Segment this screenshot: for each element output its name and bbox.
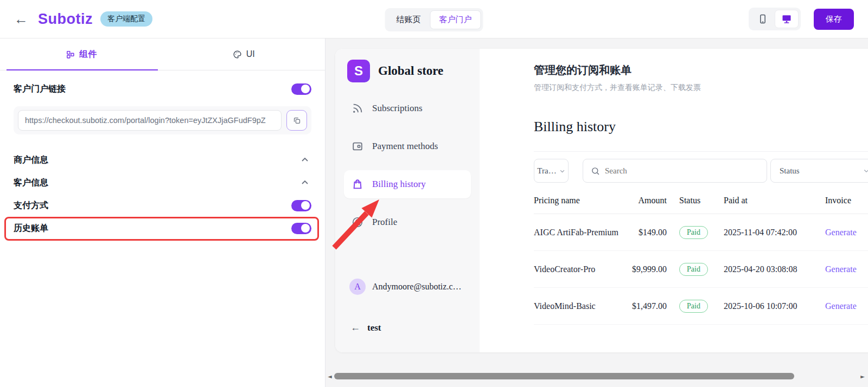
col-amount: Amount <box>626 196 667 205</box>
table-row: AIGC ArtiFab-Premium $149.00 Paid 2025-1… <box>534 214 868 251</box>
tab-components[interactable]: 组件 <box>0 38 163 70</box>
copy-icon <box>292 116 302 125</box>
portal-url-input[interactable] <box>18 110 282 131</box>
billing-table: Pricing name Amount Status Paid at Invoi… <box>534 196 868 325</box>
back-label: test <box>367 322 381 333</box>
back-button[interactable]: ← <box>14 12 28 26</box>
tab-checkout-page[interactable]: 结账页 <box>387 10 430 29</box>
chevron-up-icon[interactable] <box>298 176 311 189</box>
customer-info-label: 客户信息 <box>14 177 48 189</box>
status-badge: Paid <box>679 226 708 239</box>
status-select[interactable]: Status <box>770 159 868 183</box>
generate-invoice-link[interactable]: Generate <box>825 301 857 311</box>
chevron-down-icon <box>559 168 565 174</box>
search-icon <box>591 166 600 176</box>
portal-link-label: 客户门户链接 <box>14 83 66 95</box>
nav-profile[interactable]: Profile <box>344 208 471 236</box>
col-status: Status <box>667 196 718 205</box>
col-pricing-name: Pricing name <box>534 196 626 205</box>
nav-label: Billing history <box>372 179 426 190</box>
avatar: A <box>349 279 366 295</box>
tab-customer-portal[interactable]: 客户门户 <box>430 10 481 29</box>
active-tab-underline <box>7 69 158 70</box>
store-logo: S <box>347 60 370 82</box>
account-email: Andymoore@subotiz.c… <box>372 282 461 292</box>
payment-methods-toggle[interactable] <box>291 200 311 211</box>
generate-invoice-link[interactable]: Generate <box>825 228 857 237</box>
table-header: Pricing name Amount Status Paid at Invoi… <box>534 196 868 214</box>
cell-pricing-name: VideoCreator-Pro <box>534 265 626 274</box>
billing-history-toggle[interactable] <box>291 223 311 234</box>
store-name: Global store <box>378 64 443 78</box>
toggle-knob <box>301 201 310 210</box>
components-icon <box>66 50 75 59</box>
generate-invoice-link[interactable]: Generate <box>825 265 857 274</box>
back-to-test-link[interactable]: ← test <box>344 322 471 333</box>
nav-label: Subscriptions <box>372 103 423 114</box>
cell-paid-at: 2025-10-06 10:07:00 <box>718 301 820 311</box>
nav-label: Payment methods <box>372 141 438 152</box>
cell-amount: $149.00 <box>626 228 667 237</box>
tab-ui-label: UI <box>246 49 255 59</box>
billing-history-label: 历史账单 <box>14 223 48 234</box>
user-icon <box>352 216 363 228</box>
cell-paid-at: 2025-11-04 07:42:00 <box>718 228 820 237</box>
nav-label: Profile <box>372 217 397 228</box>
cell-pricing-name: VideoMind-Basic <box>534 301 626 311</box>
chevron-up-icon[interactable] <box>298 153 311 166</box>
tab-ui[interactable]: UI <box>163 38 326 70</box>
shopping-bag-icon <box>352 178 363 190</box>
app-logo: Subotiz <box>38 11 93 28</box>
client-config-badge: 客户端配置 <box>100 11 152 27</box>
section-billing-history: 历史账单 <box>14 217 311 240</box>
scroll-right-arrow[interactable]: ► <box>860 373 865 379</box>
page-mode-tabs: 结账页 客户门户 <box>385 8 483 31</box>
cell-amount: $1,497.00 <box>626 301 667 311</box>
monitor-icon <box>781 14 792 24</box>
billing-history-heading: Billing history <box>534 119 868 135</box>
desktop-preview-button[interactable] <box>775 10 799 28</box>
section-payment-methods: 支付方式 <box>14 194 311 217</box>
portal-content: 管理您的订阅和账单 管理订阅和支付方式，并查看账单记录、下载发票 Billing… <box>480 49 868 352</box>
cell-paid-at: 2025-04-20 03:08:08 <box>718 265 820 274</box>
col-invoice: Invoice <box>820 196 868 205</box>
portal-url-container <box>14 106 311 134</box>
merchant-info-label: 商户信息 <box>14 154 48 166</box>
nav-billing-history[interactable]: Billing history <box>344 170 471 198</box>
portal-preview-area: S Global store Subscriptions Pay <box>326 38 868 387</box>
nav-subscriptions[interactable]: Subscriptions <box>344 94 471 122</box>
portal-link-toggle[interactable] <box>291 83 311 95</box>
search-field <box>583 159 767 183</box>
nav-payment-methods[interactable]: Payment methods <box>344 132 471 160</box>
portal-sidebar: S Global store Subscriptions Pay <box>335 49 480 352</box>
scroll-left-arrow[interactable]: ◄ <box>328 373 332 379</box>
status-badge: Paid <box>679 263 708 276</box>
account-row[interactable]: A Andymoore@subotiz.c… <box>344 279 471 295</box>
cell-amount: $9,999.00 <box>626 265 667 274</box>
col-paid-at: Paid at <box>718 196 820 205</box>
status-badge: Paid <box>679 300 708 313</box>
table-row: VideoCreator-Pro $9,999.00 Paid 2025-04-… <box>534 251 868 288</box>
tab-components-label: 组件 <box>79 49 97 60</box>
config-panel: 组件 UI 客户门户链接 <box>0 38 326 387</box>
section-merchant-info: 商户信息 <box>14 149 311 171</box>
filter-bar: Tra… Status <box>534 151 868 183</box>
page-subtitle: 管理订阅和支付方式，并查看账单记录、下载发票 <box>534 83 868 93</box>
palette-icon <box>233 50 242 59</box>
toggle-knob <box>301 85 310 93</box>
type-select-value: Tra… <box>537 166 556 176</box>
device-preview-toggle <box>749 8 801 30</box>
phone-icon <box>757 14 768 24</box>
toggle-knob <box>301 224 310 233</box>
wallet-icon <box>352 140 363 152</box>
search-input[interactable] <box>605 166 759 176</box>
rss-icon <box>352 102 363 114</box>
save-button[interactable]: 保存 <box>814 9 854 30</box>
app-header: ← Subotiz 客户端配置 结账页 客户门户 保存 <box>0 0 868 38</box>
copy-url-button[interactable] <box>286 110 307 131</box>
scrollbar-thumb[interactable] <box>334 373 794 379</box>
transaction-type-select[interactable]: Tra… <box>534 159 569 183</box>
left-arrow-icon: ← <box>350 322 360 333</box>
chevron-down-icon <box>863 167 868 174</box>
mobile-preview-button[interactable] <box>751 10 775 28</box>
